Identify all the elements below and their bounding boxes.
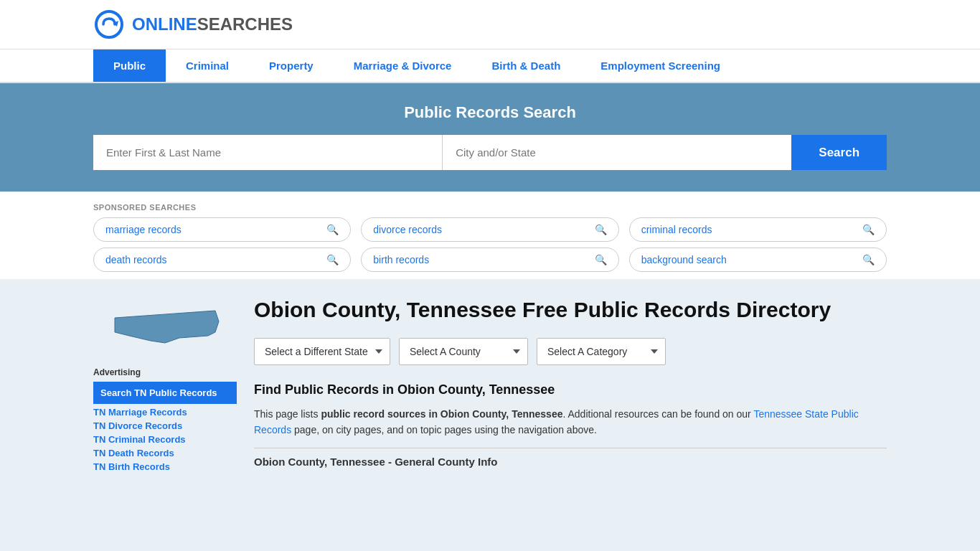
tennessee-shape-svg <box>108 296 222 354</box>
pill-background-search[interactable]: background search 🔍 <box>629 248 887 272</box>
sidebar-link-criminal[interactable]: TN Criminal Records <box>93 434 237 445</box>
logo-icon <box>93 9 125 40</box>
name-input[interactable] <box>93 135 442 170</box>
pill-criminal-records[interactable]: criminal records 🔍 <box>629 217 887 242</box>
page-title: Obion County, Tennessee Free Public Reco… <box>254 296 887 324</box>
category-dropdown[interactable]: Select A Category <box>537 338 666 365</box>
nav-item-public[interactable]: Public <box>93 50 166 82</box>
search-icon-4: 🔍 <box>326 254 339 265</box>
state-dropdown[interactable]: Select a Different State <box>254 338 390 365</box>
sidebar-ad-label: Advertising <box>93 367 237 377</box>
desc-part1: This page lists <box>254 408 321 420</box>
hero-section: Public Records Search Search <box>0 83 980 192</box>
search-button[interactable]: Search <box>791 135 887 170</box>
county-dropdown[interactable]: Select A County <box>399 338 528 365</box>
desc-part2: . Additional resources can be found on o… <box>562 408 753 420</box>
description-text: This page lists public record sources in… <box>254 406 887 438</box>
sponsored-grid: marriage records 🔍 divorce records 🔍 cri… <box>93 217 887 272</box>
state-image <box>93 296 237 356</box>
divider <box>254 448 887 448</box>
header: ONLINE SEARCHES <box>0 0 980 50</box>
main-content: Advertising Search TN Public Records TN … <box>0 279 980 489</box>
desc-part3: page, on city pages, and on topic pages … <box>291 424 597 435</box>
nav-item-property[interactable]: Property <box>249 50 334 82</box>
sponsored-label: SPONSORED SEARCHES <box>93 203 887 212</box>
nav-item-employment[interactable]: Employment Screening <box>580 50 740 82</box>
pill-death-records-text: death records <box>105 254 167 265</box>
pill-divorce-records-text: divorce records <box>373 224 442 235</box>
city-input[interactable] <box>442 135 791 170</box>
logo-text: ONLINE SEARCHES <box>132 14 293 34</box>
logo-online: ONLINE <box>132 14 197 34</box>
hero-title: Public Records Search <box>93 103 887 122</box>
sidebar-link-marriage[interactable]: TN Marriage Records <box>93 407 237 418</box>
nav: Public Criminal Property Marriage & Divo… <box>0 50 980 83</box>
search-bar: Search <box>93 135 887 170</box>
pill-criminal-records-text: criminal records <box>641 224 712 235</box>
pill-divorce-records[interactable]: divorce records 🔍 <box>361 217 618 242</box>
section-title: Find Public Records in Obion County, Ten… <box>254 382 887 397</box>
desc-bold: public record sources in Obion County, T… <box>321 408 562 420</box>
logo-searches: SEARCHES <box>197 14 293 34</box>
search-icon-2: 🔍 <box>595 224 607 235</box>
search-icon-5: 🔍 <box>595 254 607 265</box>
sidebar-link-birth[interactable]: TN Birth Records <box>93 461 237 472</box>
sidebar-link-death[interactable]: TN Death Records <box>93 448 237 458</box>
sponsored-row-2: death records 🔍 birth records 🔍 backgrou… <box>93 248 887 272</box>
pill-background-search-text: background search <box>641 254 727 265</box>
dropdowns: Select a Different State Select A County… <box>254 338 887 365</box>
pill-birth-records-text: birth records <box>373 254 429 265</box>
pill-death-records[interactable]: death records 🔍 <box>93 248 351 272</box>
search-icon-6: 🔍 <box>862 254 875 265</box>
county-info-title: Obion County, Tennessee - General County… <box>254 456 887 468</box>
pill-birth-records[interactable]: birth records 🔍 <box>361 248 618 272</box>
nav-item-birth-death[interactable]: Birth & Death <box>471 50 580 82</box>
sponsored-row-1: marriage records 🔍 divorce records 🔍 cri… <box>93 217 887 242</box>
search-icon-3: 🔍 <box>862 224 875 235</box>
content-area: Obion County, Tennessee Free Public Reco… <box>254 296 887 472</box>
pill-marriage-records-text: marriage records <box>105 224 182 235</box>
logo[interactable]: ONLINE SEARCHES <box>93 9 293 40</box>
nav-item-marriage-divorce[interactable]: Marriage & Divorce <box>334 50 472 82</box>
sidebar: Advertising Search TN Public Records TN … <box>93 296 237 472</box>
pill-marriage-records[interactable]: marriage records 🔍 <box>93 217 351 242</box>
nav-item-criminal[interactable]: Criminal <box>166 50 249 82</box>
sidebar-ad-active[interactable]: Search TN Public Records <box>93 382 237 404</box>
sponsored-section: SPONSORED SEARCHES marriage records 🔍 di… <box>0 192 980 279</box>
svg-point-0 <box>96 11 122 37</box>
sidebar-link-divorce[interactable]: TN Divorce Records <box>93 420 237 431</box>
search-icon-1: 🔍 <box>326 224 339 235</box>
